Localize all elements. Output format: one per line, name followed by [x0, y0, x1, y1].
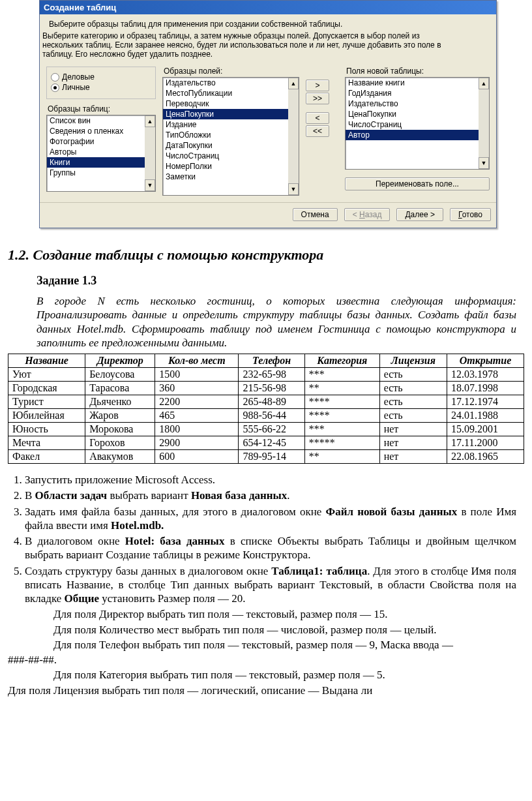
dialog-title: Создание таблиц: [40, 1, 496, 14]
table-cell: 17.11.2000: [447, 436, 524, 450]
table-header: Категория: [304, 354, 379, 368]
list-item[interactable]: Фотографии: [47, 136, 155, 147]
table-row: ГородскаяТарасова360215-56-98**есть18.07…: [8, 382, 524, 395]
scroll-down-icon[interactable]: ▼: [145, 179, 155, 191]
remove-all-button[interactable]: <<: [306, 125, 329, 137]
table-header: Директор: [85, 354, 155, 368]
back-button[interactable]: < Назад: [344, 208, 391, 221]
table-cell: 1800: [155, 423, 239, 436]
table-cell: 360: [155, 382, 239, 395]
rename-field-button[interactable]: Переименовать поле...: [345, 177, 490, 190]
table-cell: Тарасова: [85, 382, 155, 395]
list-item[interactable]: Группы: [47, 168, 155, 178]
new-fields-label: Поля новой таблицы:: [346, 67, 490, 76]
next-rest: алее >: [411, 210, 435, 219]
tail-lines: ###-##-##. Для поля Категория выбрать ти…: [8, 653, 516, 697]
radio-label: Деловые: [62, 72, 95, 82]
field-line: Для поля Телефон выбрать тип поля — текс…: [53, 638, 516, 652]
table-cell: ****: [304, 409, 379, 423]
radio-label: Личные: [62, 83, 90, 92]
list-item[interactable]: Сведения о пленках: [47, 126, 155, 136]
list-item[interactable]: ЧислоСтраниц: [163, 151, 299, 161]
list-item[interactable]: Переводчик: [163, 98, 299, 109]
table-cell: Мечта: [8, 436, 85, 450]
list-item[interactable]: Автор: [346, 130, 489, 140]
scroll-up-icon[interactable]: ▲: [288, 78, 299, 89]
table-cell: 12.03.1978: [447, 368, 524, 382]
list-item[interactable]: МестоПубликации: [163, 88, 299, 98]
list-item[interactable]: Список вин: [47, 115, 155, 126]
table-cell: Горохов: [85, 436, 155, 450]
table-cell: 555-66-22: [239, 423, 304, 436]
table-cell: 215-56-98: [239, 382, 304, 395]
table-cell: есть: [379, 382, 447, 395]
list-item[interactable]: ГодИздания: [346, 88, 489, 98]
step-1: Запустить приложение Microsoft Access.: [25, 473, 516, 487]
field-line: Для поля Директор выбрать тип поля — тек…: [53, 607, 516, 621]
wizard-buttons: Отмена < Назад Далее > Готово: [40, 202, 496, 228]
table-cell: 988-56-44: [239, 409, 304, 423]
step-4: В диалоговом окне Hotel: база данных в с…: [25, 534, 516, 562]
list-item[interactable]: Книги: [47, 157, 155, 168]
table-row: ЮностьМорокова1800555-66-22***нет15.09.2…: [8, 423, 524, 436]
table-cell: 18.07.1998: [447, 382, 524, 395]
finish-button[interactable]: Готово: [450, 208, 491, 221]
new-fields-listbox[interactable]: Название книгиГодИзданияИздательствоЦена…: [345, 77, 490, 170]
mask-line: ###-##-##.: [8, 653, 516, 667]
add-all-button[interactable]: >>: [306, 93, 329, 104]
table-cell: 654-12-45: [239, 436, 304, 450]
samples-label: Образцы таблиц:: [48, 104, 156, 113]
table-cell: 600: [155, 450, 239, 464]
list-item[interactable]: Заметки: [163, 172, 299, 182]
list-item[interactable]: Издательство: [346, 98, 489, 109]
list-item[interactable]: Название книги: [346, 78, 489, 88]
back-lt: <: [353, 210, 357, 219]
table-cell: *****: [304, 436, 379, 450]
steps-list: Запустить приложение Microsoft Access. В…: [25, 473, 516, 605]
category-group: Деловые Личные: [46, 67, 156, 99]
table-cell: 465: [155, 409, 239, 423]
table-header: Кол-во мест: [155, 354, 239, 368]
radio-personal[interactable]: Личные: [51, 83, 151, 92]
radio-business[interactable]: Деловые: [51, 72, 151, 82]
field-line: Для поля Категория выбрать тип поля — те…: [53, 668, 516, 682]
table-cell: Юность: [8, 423, 85, 436]
scrollbar[interactable]: ▲ ▼: [479, 78, 489, 169]
fields-listbox[interactable]: ИздательствоМестоПубликацииПереводчикЦен…: [162, 77, 299, 196]
scroll-up-icon[interactable]: ▲: [479, 78, 489, 89]
back-u: Н: [359, 210, 365, 219]
table-cell: **: [304, 450, 379, 464]
scroll-up-icon[interactable]: ▲: [145, 115, 155, 127]
task-text: В городе N есть несколько гостиниц, о ко…: [37, 294, 516, 350]
next-u: Д: [405, 210, 410, 219]
table-cell: 15.09.2001: [447, 423, 524, 436]
next-button[interactable]: Далее >: [396, 208, 443, 221]
remove-field-button[interactable]: <: [306, 112, 329, 124]
table-row: ТуристДьяченко2200265-48-89****есть17.12…: [8, 395, 524, 409]
list-item[interactable]: ЦенаПокупки: [346, 109, 489, 119]
scrollbar[interactable]: ▲ ▼: [288, 78, 299, 195]
table-cell: 2900: [155, 436, 239, 450]
scroll-down-icon[interactable]: ▼: [479, 157, 489, 169]
finish-rest: отово: [462, 210, 482, 219]
samples-listbox[interactable]: Список винСведения о пленкахФотографииАв…: [46, 115, 156, 192]
step-3: Задать имя файла базы данных, для этого …: [25, 505, 516, 533]
list-item[interactable]: ТипОбложки: [163, 130, 299, 140]
list-item[interactable]: НомерПолки: [163, 161, 299, 172]
scrollbar[interactable]: ▲ ▼: [145, 115, 155, 191]
table-cell: ****: [304, 395, 379, 409]
cancel-button[interactable]: Отмена: [293, 208, 338, 221]
table-header: Название: [8, 354, 85, 368]
list-item[interactable]: ЦенаПокупки: [163, 109, 299, 119]
list-item[interactable]: ЧислоСтраниц: [346, 119, 489, 130]
dialog-description: Выберите категорию и образец таблицы, а …: [42, 31, 445, 59]
table-header: Открытие: [447, 354, 524, 368]
list-item[interactable]: ДатаПокупки: [163, 140, 299, 151]
table-cell: 1500: [155, 368, 239, 382]
add-field-button[interactable]: >: [306, 80, 329, 91]
table-cell: Факел: [8, 450, 85, 464]
list-item[interactable]: Издание: [163, 119, 299, 130]
list-item[interactable]: Авторы: [47, 147, 155, 157]
scroll-down-icon[interactable]: ▼: [288, 183, 299, 195]
list-item[interactable]: Издательство: [163, 78, 299, 88]
